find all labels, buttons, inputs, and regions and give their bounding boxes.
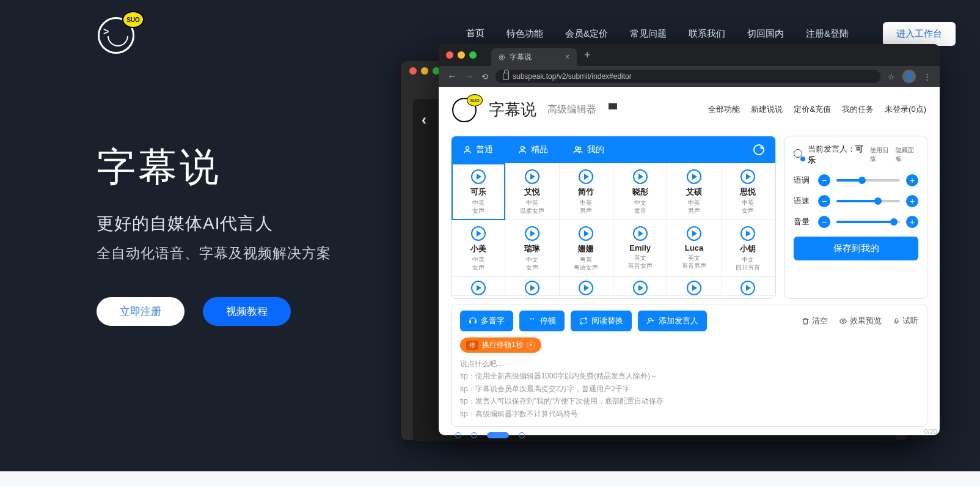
voice-tab-mine[interactable]: 我的 xyxy=(572,144,604,155)
voice-cell-可乐[interactable]: 可乐中英女声 xyxy=(452,163,505,220)
voice-cell-瑞琳[interactable]: 瑞琳中文女声 xyxy=(505,220,559,277)
hide-panel-button[interactable]: 隐藏面板 xyxy=(896,146,918,163)
polyphone-button[interactable]: 多音字 xyxy=(460,311,513,331)
voice-cell-more[interactable] xyxy=(667,277,721,296)
voice-cell-小钥[interactable]: 小钥中文四川方言 xyxy=(722,220,775,277)
app-nav-all[interactable]: 全部功能 xyxy=(708,104,740,115)
new-tab-button[interactable]: + xyxy=(584,49,591,62)
dot-3[interactable] xyxy=(487,432,509,438)
traffic-min-icon[interactable] xyxy=(458,51,465,59)
voice-cell-思悦[interactable]: 思悦中英女声 xyxy=(722,163,775,220)
play-icon[interactable] xyxy=(687,281,701,295)
reload-button[interactable]: ⟲ xyxy=(481,72,488,81)
listen-button[interactable]: 试听 xyxy=(893,315,918,326)
nav-features[interactable]: 特色功能 xyxy=(506,23,543,45)
pitch-track[interactable] xyxy=(836,179,900,182)
pitch-plus-button[interactable]: + xyxy=(906,174,918,186)
play-icon[interactable] xyxy=(579,281,593,295)
replace-button[interactable]: 阅读替换 xyxy=(571,311,632,331)
app-logo[interactable]: SUO xyxy=(452,95,480,123)
play-icon[interactable] xyxy=(525,169,539,184)
play-icon[interactable] xyxy=(740,226,755,241)
save-to-mine-button[interactable]: 保存到我的 xyxy=(794,237,918,260)
close-icon[interactable]: × xyxy=(565,53,569,61)
footer-band xyxy=(0,471,980,486)
profile-avatar[interactable]: 👤 xyxy=(902,70,916,83)
bookmark-icon[interactable]: ☆ xyxy=(888,72,895,81)
dot-1[interactable] xyxy=(455,432,461,438)
voice-cell-艾悦[interactable]: 艾悦中英温柔女声 xyxy=(505,163,559,220)
play-icon[interactable] xyxy=(525,281,539,295)
voice-cell-姗姗[interactable]: 姗姗粤英粤语女声 xyxy=(560,220,613,277)
play-icon[interactable] xyxy=(633,226,648,241)
traffic-close-icon[interactable] xyxy=(446,51,453,59)
vol-plus-button[interactable]: + xyxy=(906,216,918,228)
register-button[interactable]: 立即注册 xyxy=(97,297,185,326)
editor-textarea[interactable]: 说点什么吧.... tip：使用全新高级编辑器1000字以内免费(精品发言人除外… xyxy=(460,358,918,420)
play-icon[interactable] xyxy=(471,169,486,184)
voice-cell-more[interactable] xyxy=(613,277,667,296)
preview-button[interactable]: 效果预览 xyxy=(839,315,882,326)
nav-contact[interactable]: 联系我们 xyxy=(689,23,725,45)
app-nav-login[interactable]: 未登录(0点) xyxy=(885,104,926,115)
rate-track[interactable] xyxy=(836,200,900,202)
dot-4[interactable] xyxy=(519,432,525,438)
use-old-button[interactable]: 使用旧版 xyxy=(870,146,893,163)
vol-track[interactable] xyxy=(836,221,900,223)
app-nav-tasks[interactable]: 我的任务 xyxy=(842,104,874,115)
voice-cell-小美[interactable]: 小美中英女声 xyxy=(452,220,505,277)
dot-2[interactable] xyxy=(471,432,477,438)
svg-rect-6 xyxy=(896,318,898,322)
add-speaker-button[interactable]: 添加发言人 xyxy=(638,311,707,331)
speaker-gear-icon xyxy=(794,149,804,160)
play-icon[interactable] xyxy=(525,226,539,241)
video-tutorial-button[interactable]: 视频教程 xyxy=(203,297,291,326)
url-field[interactable]: subspeak.top/v2/submit/index#editor xyxy=(495,70,880,83)
rate-plus-button[interactable]: + xyxy=(906,195,918,207)
back-button[interactable]: ← xyxy=(447,71,457,82)
play-icon[interactable] xyxy=(740,281,755,295)
voice-cell-艾硕[interactable]: 艾硕中英男声 xyxy=(667,163,721,220)
refresh-icon[interactable] xyxy=(753,144,764,155)
chip-close-icon[interactable]: × xyxy=(527,341,535,350)
hero-subtitle2: 全自动化语音、字幕及视频解决方案 xyxy=(97,244,331,263)
voice-cell-more[interactable] xyxy=(452,277,505,296)
pitch-minus-button[interactable]: − xyxy=(818,174,830,186)
play-icon[interactable] xyxy=(740,169,755,184)
pause-chip[interactable]: 停 换行停顿1秒 × xyxy=(460,337,541,353)
voice-cell-简竹[interactable]: 简竹中英男声 xyxy=(560,163,613,220)
voice-cell-晓彤[interactable]: 晓彤中文童音 xyxy=(613,163,667,220)
play-icon[interactable] xyxy=(687,226,701,241)
app-nav-new[interactable]: 新建说说 xyxy=(751,104,783,115)
voice-tab-premium[interactable]: 精品 xyxy=(517,144,548,155)
play-icon[interactable] xyxy=(687,169,701,184)
nav-region[interactable]: 切回国内 xyxy=(747,23,784,45)
nav-home[interactable]: 首页 xyxy=(466,23,485,45)
nav-faq[interactable]: 常见问题 xyxy=(630,23,667,45)
play-icon[interactable] xyxy=(471,226,486,241)
voice-cell-Emily[interactable]: Emily英文英音女声 xyxy=(613,220,667,277)
nav-pricing[interactable]: 会员&定价 xyxy=(565,23,608,45)
vol-minus-button[interactable]: − xyxy=(818,216,830,228)
rate-minus-button[interactable]: − xyxy=(818,195,830,207)
voice-cell-Luca[interactable]: Luca英文英音男声 xyxy=(667,220,721,277)
nav-auth[interactable]: 注册&登陆 xyxy=(806,23,849,45)
play-icon[interactable] xyxy=(633,169,648,184)
app-nav-pricing[interactable]: 定价&充值 xyxy=(794,104,831,115)
play-icon[interactable] xyxy=(579,169,593,184)
pause-button[interactable]: 停顿 xyxy=(519,311,565,331)
forward-button[interactable]: → xyxy=(464,71,474,82)
play-icon[interactable] xyxy=(471,281,486,295)
voice-tab-normal[interactable]: 普通 xyxy=(463,144,493,155)
nav-cta-button[interactable]: 进入工作台 xyxy=(883,22,956,46)
play-icon[interactable] xyxy=(579,226,593,241)
voice-cell-more[interactable] xyxy=(722,277,775,296)
browser-tab[interactable]: ◎字幕说× xyxy=(491,48,577,66)
voice-cell-more[interactable] xyxy=(560,277,613,296)
menu-icon[interactable]: ⋮ xyxy=(923,72,931,81)
logo[interactable]: SUO xyxy=(98,12,141,55)
voice-cell-more[interactable] xyxy=(505,277,559,296)
traffic-max-icon[interactable] xyxy=(469,51,477,59)
clear-button[interactable]: 清空 xyxy=(802,315,828,326)
play-icon[interactable] xyxy=(633,281,648,295)
